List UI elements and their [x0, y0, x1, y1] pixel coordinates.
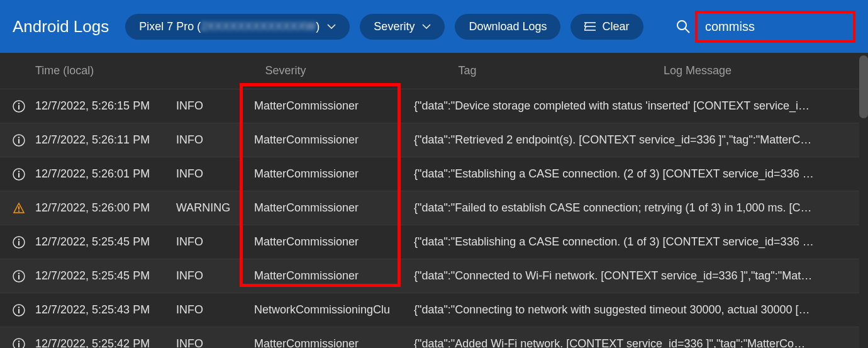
- svg-point-8: [18, 171, 19, 172]
- svg-rect-14: [18, 241, 19, 245]
- log-message: {"data":"Device storage completed with s…: [414, 99, 855, 113]
- svg-rect-17: [18, 275, 19, 279]
- svg-point-13: [18, 239, 19, 240]
- log-time: 12/7/2022, 5:25:45 PM: [35, 269, 176, 283]
- log-tag: NetworkCommissioningClu: [254, 303, 414, 317]
- log-severity: INFO: [176, 303, 254, 317]
- log-severity: INFO: [176, 99, 254, 113]
- svg-rect-20: [18, 309, 19, 313]
- header-bar: Android Logs Pixel 7 Pro (2XXXXXXXXXXXXX…: [0, 0, 868, 53]
- svg-point-11: [18, 210, 19, 211]
- svg-point-0: [677, 21, 686, 30]
- warning-icon: [13, 202, 35, 215]
- scrollbar[interactable]: [859, 53, 868, 348]
- log-row[interactable]: 12/7/2022, 5:25:42 PMINFOMatterCommissio…: [0, 327, 868, 348]
- table-header: Time (local) Severity Tag Log Message: [0, 53, 868, 89]
- log-tag: MatterCommissioner: [254, 201, 414, 215]
- log-tag: MatterCommissioner: [254, 235, 414, 249]
- log-severity: INFO: [176, 167, 254, 181]
- log-severity: INFO: [176, 269, 254, 283]
- svg-point-16: [18, 272, 19, 274]
- log-time: 12/7/2022, 5:25:43 PM: [35, 303, 176, 317]
- log-row[interactable]: 12/7/2022, 5:25:45 PMINFOMatterCommissio…: [0, 225, 868, 259]
- log-time: 12/7/2022, 5:26:11 PM: [35, 133, 176, 147]
- info-icon: [13, 168, 35, 181]
- log-message: {"data":"Retrieved 2 endpoint(s). [CONTE…: [414, 133, 855, 147]
- scrollbar-thumb[interactable]: [859, 55, 868, 118]
- log-row[interactable]: 12/7/2022, 5:25:45 PMINFOMatterCommissio…: [0, 259, 868, 293]
- svg-point-22: [18, 340, 19, 342]
- info-icon: [13, 134, 35, 147]
- log-row[interactable]: 12/7/2022, 5:25:43 PMINFONetworkCommissi…: [0, 293, 868, 327]
- svg-rect-6: [18, 139, 19, 143]
- info-icon: [13, 270, 35, 283]
- clear-label: Clear: [602, 20, 629, 33]
- log-message: {"data":"Establishing a CASE connection.…: [414, 235, 855, 249]
- svg-point-5: [18, 137, 19, 138]
- download-label: Download Logs: [469, 20, 547, 33]
- log-tag: MatterCommissioner: [254, 167, 414, 181]
- log-time: 12/7/2022, 5:26:01 PM: [35, 167, 176, 181]
- info-icon: [13, 236, 35, 249]
- info-icon: [13, 338, 35, 349]
- log-time: 12/7/2022, 5:25:42 PM: [35, 337, 176, 348]
- info-icon: [13, 304, 35, 317]
- log-tag: MatterCommissioner: [254, 269, 414, 283]
- column-header-time: Time (local): [35, 64, 176, 77]
- svg-rect-10: [18, 206, 19, 210]
- log-tag: MatterCommissioner: [254, 337, 414, 348]
- search-wrap: [676, 11, 855, 43]
- clear-button[interactable]: Clear: [570, 14, 643, 40]
- log-row[interactable]: 12/7/2022, 5:26:11 PMINFOMatterCommissio…: [0, 123, 868, 157]
- svg-rect-9: [18, 173, 19, 177]
- log-tag: MatterCommissioner: [254, 99, 414, 113]
- info-icon: [13, 100, 35, 113]
- log-rows-container: 12/7/2022, 5:26:15 PMINFOMatterCommissio…: [0, 89, 868, 348]
- log-severity: INFO: [176, 337, 254, 348]
- log-time: 12/7/2022, 5:25:45 PM: [35, 235, 176, 249]
- log-severity: INFO: [176, 133, 254, 147]
- log-row[interactable]: 12/7/2022, 5:26:15 PMINFOMatterCommissio…: [0, 89, 868, 123]
- log-message: {"data":"Establishing a CASE connection.…: [414, 167, 855, 181]
- clear-icon: [584, 21, 596, 31]
- device-label: Pixel 7 Pro (2XXXXXXXXXXXXXW): [139, 20, 320, 33]
- column-header-severity: Severity: [176, 64, 395, 77]
- log-message: {"data":"Connected to Wi-Fi network. [CO…: [414, 269, 855, 283]
- svg-point-2: [18, 103, 19, 104]
- log-time: 12/7/2022, 5:26:15 PM: [35, 99, 176, 113]
- download-logs-button[interactable]: Download Logs: [455, 14, 560, 40]
- device-selector[interactable]: Pixel 7 Pro (2XXXXXXXXXXXXXW): [125, 14, 350, 40]
- log-severity: WARNING: [176, 201, 254, 215]
- log-time: 12/7/2022, 5:26:00 PM: [35, 201, 176, 215]
- log-severity: INFO: [176, 235, 254, 249]
- log-row[interactable]: 12/7/2022, 5:26:01 PMINFOMatterCommissio…: [0, 157, 868, 191]
- severity-filter[interactable]: Severity: [360, 14, 445, 40]
- log-row[interactable]: 12/7/2022, 5:26:00 PMWARNINGMatterCommis…: [0, 191, 868, 225]
- log-message: {"data":"Failed to establish CASE connec…: [414, 201, 855, 215]
- page-title: Android Logs: [13, 17, 109, 36]
- column-header-message: Log Message: [540, 64, 855, 77]
- log-tag: MatterCommissioner: [254, 133, 414, 147]
- log-message: {"data":"Connecting to network with sugg…: [414, 303, 855, 317]
- log-message: {"data":"Added Wi-Fi network. [CONTEXT s…: [414, 337, 855, 348]
- svg-rect-23: [18, 343, 19, 347]
- column-header-tag: Tag: [395, 64, 540, 77]
- search-icon: [676, 20, 690, 33]
- svg-rect-3: [18, 105, 19, 109]
- chevron-down-icon: [327, 24, 336, 29]
- severity-label: Severity: [374, 20, 415, 33]
- svg-point-19: [18, 306, 19, 308]
- chevron-down-icon: [422, 24, 431, 29]
- search-input[interactable]: [695, 11, 855, 43]
